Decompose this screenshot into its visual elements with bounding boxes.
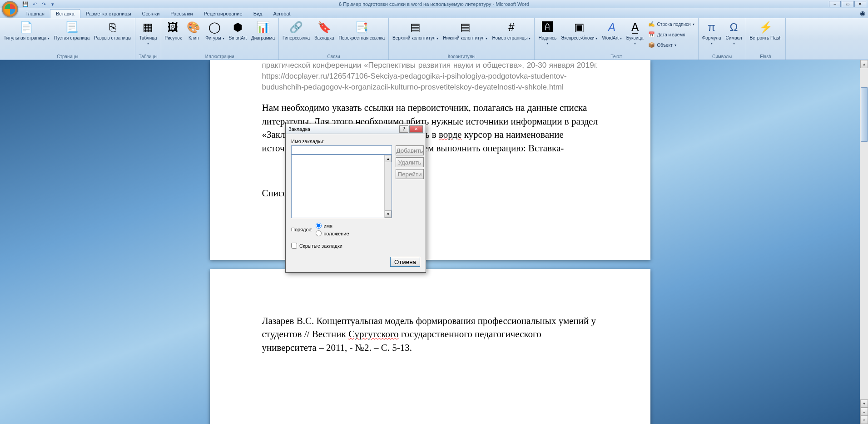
- quickparts-button[interactable]: ▣Экспресс-блоки ▾: [559, 19, 599, 42]
- window-title: 6 Пример подготовки ссылки в word на исп…: [339, 1, 529, 7]
- scroll-thumb[interactable]: [861, 87, 868, 142]
- page-break-icon: ⎘: [105, 20, 120, 35]
- hidden-bookmarks-label: Скрытые закладки: [299, 243, 342, 249]
- vertical-scrollbar[interactable]: ▲ ▼ ≡ ○: [860, 60, 868, 424]
- chart-button[interactable]: 📊Диаграмма: [249, 19, 277, 41]
- header-icon: ▤: [408, 20, 423, 35]
- ribbon-group-links: 🔗Гиперссылка 🔖Закладка 📑Перекрестная ссы…: [279, 18, 389, 60]
- list-scrollbar[interactable]: ▲ ▼: [384, 155, 392, 218]
- hyperlink-button[interactable]: 🔗Гиперссылка: [281, 19, 312, 41]
- group-label-flash: Flash: [748, 54, 784, 60]
- office-button[interactable]: [2, 1, 18, 17]
- dropcap-button[interactable]: A̲Буквица▾: [625, 19, 645, 47]
- blank-page-icon: 📃: [64, 20, 79, 35]
- cover-page-button[interactable]: 📄Титульная страница ▾: [2, 19, 51, 42]
- blank-page-button[interactable]: 📃Пустая страница: [52, 19, 91, 41]
- signature-line-button[interactable]: ✍Строка подписи ▾: [646, 19, 696, 29]
- header-button[interactable]: ▤Верхний колонтитул ▾: [391, 19, 440, 42]
- bookmark-button[interactable]: 🔖Закладка: [312, 19, 336, 41]
- picture-icon: 🖼: [166, 20, 180, 35]
- wordart-button[interactable]: AWordArt ▾: [600, 19, 623, 42]
- tab-review[interactable]: Рецензирование: [198, 10, 248, 18]
- group-label-headers: Колонтитулы: [391, 54, 532, 60]
- clip-button[interactable]: 🎨Клип: [184, 19, 203, 41]
- textbox-button[interactable]: 🅰Надпись▾: [536, 19, 558, 47]
- close-button[interactable]: ✕: [854, 1, 866, 7]
- embed-flash-button[interactable]: ⚡Встроить Flash: [748, 19, 784, 41]
- page-1[interactable]: практической конференции «Перспективы ра…: [210, 60, 650, 260]
- shapes-button[interactable]: ◯Фигуры ▾: [203, 19, 226, 42]
- list-scroll-up[interactable]: ▲: [385, 155, 392, 162]
- help-icon[interactable]: ◉: [857, 9, 868, 18]
- table-icon: ▦: [141, 20, 155, 35]
- group-label-links: Связи: [281, 54, 387, 60]
- qat-more-icon[interactable]: ▾: [49, 0, 56, 8]
- table-button[interactable]: ▦Таблица▾: [137, 19, 159, 47]
- list-scroll-down[interactable]: ▼: [385, 210, 392, 218]
- page-number-button[interactable]: #Номер страницы ▾: [490, 19, 532, 42]
- footer-icon: ▤: [458, 20, 472, 35]
- browse-object-button[interactable]: ○: [860, 416, 868, 424]
- signature-icon: ✍: [648, 20, 655, 28]
- group-label-illustrations: Иллюстрации: [163, 54, 277, 60]
- ribbon-group-symbols: πФормула▾ ΩСимвол▾ Символы: [699, 18, 746, 60]
- bookmark-list[interactable]: ▲ ▼: [291, 155, 392, 218]
- group-label-text: Текст: [536, 54, 696, 60]
- dropcap-icon: A̲: [628, 20, 642, 35]
- redo-icon[interactable]: ↷: [40, 0, 47, 8]
- tab-references[interactable]: Ссылки: [137, 10, 165, 18]
- equation-button[interactable]: πФормула▾: [700, 19, 723, 47]
- page-2[interactable]: Лазарев В.С. Концептуальная модель форми…: [210, 269, 650, 424]
- ribbon-group-illustrations: 🖼Рисунок 🎨Клип ◯Фигуры ▾ ⬢SmartArt 📊Диаг…: [161, 18, 279, 60]
- footer-button[interactable]: ▤Нижний колонтитул ▾: [441, 19, 489, 42]
- scroll-down-button[interactable]: ▼: [860, 399, 868, 408]
- prev-page-button[interactable]: ≡: [860, 408, 868, 416]
- dialog-title-text: Закладка: [288, 126, 398, 132]
- delete-button[interactable]: Удалить: [396, 157, 424, 167]
- minimize-button[interactable]: –: [829, 1, 841, 7]
- object-icon: 📦: [648, 41, 655, 49]
- dialog-titlebar[interactable]: Закладка ? ✕: [286, 124, 426, 134]
- titlebar: 💾 ↶ ↷ ▾ 6 Пример подготовки ссылки в wor…: [0, 0, 868, 8]
- hidden-bookmarks-checkbox[interactable]: [291, 243, 297, 249]
- tab-view[interactable]: Вид: [248, 10, 268, 18]
- tab-insert[interactable]: Вставка: [50, 9, 80, 18]
- add-button[interactable]: Добавить: [396, 145, 424, 155]
- cancel-button[interactable]: Отмена: [390, 257, 420, 267]
- page-break-button[interactable]: ⎘Разрыв страницы: [92, 19, 133, 41]
- order-name-radio[interactable]: имя: [316, 223, 349, 229]
- goto-button[interactable]: Перейти: [396, 169, 424, 179]
- tab-page-layout[interactable]: Разметка страницы: [80, 10, 137, 18]
- ribbon-group-tables: ▦Таблица▾ Таблицы: [135, 18, 161, 60]
- picture-button[interactable]: 🖼Рисунок: [163, 19, 184, 41]
- group-label-symbols: Символы: [700, 54, 744, 60]
- shapes-icon: ◯: [208, 20, 222, 35]
- cross-reference-button[interactable]: 📑Перекрестная ссылка: [337, 19, 387, 41]
- tab-acrobat[interactable]: Acrobat: [268, 10, 296, 18]
- symbol-icon: Ω: [727, 20, 741, 35]
- hyperlink-icon: 🔗: [289, 20, 303, 35]
- symbol-button[interactable]: ΩСимвол▾: [724, 19, 744, 47]
- doc-gray-text: практической конференции «Перспективы ра…: [262, 60, 598, 92]
- object-button[interactable]: 📦Объект ▾: [646, 40, 696, 50]
- group-label-pages: Страницы: [2, 54, 133, 60]
- order-position-radio[interactable]: положение: [316, 230, 349, 236]
- group-label-tables: Таблицы: [137, 54, 159, 60]
- maximize-button[interactable]: ▭: [842, 1, 853, 7]
- date-time-button[interactable]: 📅Дата и время: [646, 30, 696, 40]
- tab-mailings[interactable]: Рассылки: [165, 10, 198, 18]
- save-icon[interactable]: 💾: [22, 0, 29, 8]
- dialog-help-button[interactable]: ?: [399, 125, 408, 133]
- quick-access-toolbar: 💾 ↶ ↷ ▾: [22, 0, 56, 8]
- undo-icon[interactable]: ↶: [31, 0, 38, 8]
- scroll-up-button[interactable]: ▲: [860, 60, 868, 68]
- chart-icon: 📊: [256, 20, 270, 35]
- bookmark-name-input[interactable]: [291, 145, 392, 155]
- ribbon: 📄Титульная страница ▾ 📃Пустая страница ⎘…: [0, 18, 868, 60]
- clip-icon: 🎨: [186, 20, 201, 35]
- dialog-close-button[interactable]: ✕: [409, 125, 423, 133]
- smartart-button[interactable]: ⬢SmartArt: [227, 19, 248, 41]
- ribbon-tabs: Главная Вставка Разметка страницы Ссылки…: [0, 8, 868, 18]
- page-number-icon: #: [504, 20, 519, 35]
- tab-home[interactable]: Главная: [20, 10, 50, 18]
